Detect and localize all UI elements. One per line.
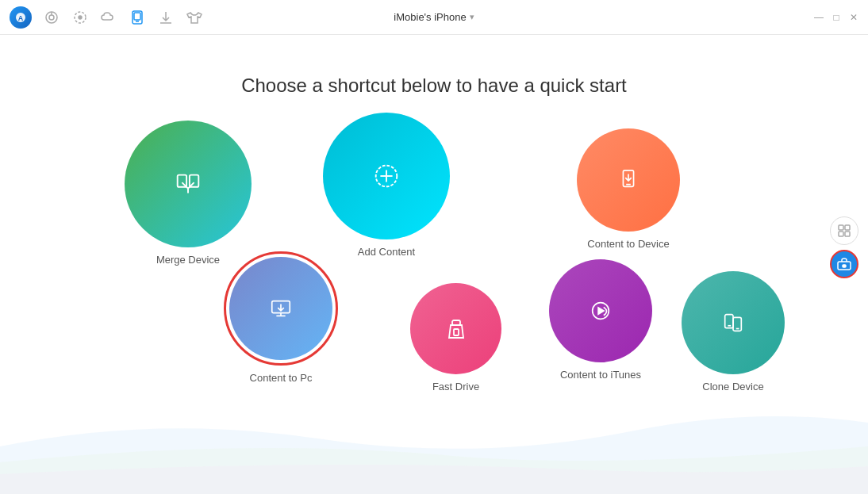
svg-rect-23 (454, 329, 459, 335)
svg-rect-30 (845, 225, 850, 230)
shortcut-content-to-pc[interactable]: Content to Pc (224, 251, 338, 384)
add-content-circle[interactable] (323, 113, 450, 239)
fast-drive-circle[interactable] (410, 283, 501, 374)
tshirt-nav-icon[interactable] (186, 9, 203, 26)
sync-nav-icon[interactable] (71, 9, 89, 26)
device-name-label: iMobie's iPhone (394, 11, 466, 23)
content-to-pc-label: Content to Pc (250, 372, 313, 384)
grid-panel-button[interactable] (830, 216, 858, 245)
merge-device-circle[interactable] (125, 121, 252, 247)
svg-rect-31 (839, 232, 843, 236)
device-title[interactable]: iMobie's iPhone ▾ (394, 11, 474, 23)
chevron-icon: ▾ (470, 12, 474, 22)
clone-device-circle[interactable] (682, 271, 785, 374)
download-nav-icon[interactable] (157, 9, 175, 26)
svg-text:A: A (18, 14, 24, 22)
add-content-label: Add Content (358, 246, 415, 258)
right-panel (830, 216, 858, 278)
title-bar: A (0, 0, 868, 35)
content-to-device-circle[interactable] (577, 128, 680, 232)
svg-rect-29 (839, 225, 843, 230)
content-to-pc-circle[interactable] (229, 257, 332, 360)
merge-device-label: Merge Device (156, 254, 220, 266)
shortcut-fast-drive[interactable]: Fast Drive (410, 283, 501, 393)
app-logo[interactable]: A (10, 6, 32, 29)
svg-point-6 (79, 16, 82, 19)
title-bar-left: A (10, 6, 203, 29)
shortcut-clone-device[interactable]: Clone Device (682, 271, 785, 393)
music-nav-icon[interactable] (43, 9, 60, 26)
minimize-button[interactable]: — (814, 13, 824, 22)
selected-ring (224, 251, 338, 366)
shortcut-add-content[interactable]: Add Content (323, 113, 450, 258)
shortcut-content-to-device[interactable]: Content to Device (577, 128, 680, 250)
content-to-device-label: Content to Device (587, 238, 669, 250)
page-title: Choose a shortcut below to have a quick … (241, 75, 627, 97)
maximize-button[interactable]: □ (832, 13, 841, 22)
phone-nav-icon[interactable] (129, 9, 146, 26)
shortcuts-area: Merge Device Add Content C (77, 113, 791, 430)
content-to-itunes-label: Content to iTunes (560, 369, 641, 381)
content-to-itunes-circle[interactable] (549, 259, 652, 362)
window-controls: — □ ✕ (814, 13, 858, 22)
cloud-nav-icon[interactable] (100, 9, 117, 26)
close-button[interactable]: ✕ (849, 13, 858, 22)
shortcut-content-to-itunes[interactable]: Content to iTunes (549, 259, 652, 381)
svg-rect-9 (134, 13, 140, 20)
shortcut-merge-device[interactable]: Merge Device (125, 121, 252, 266)
case-panel-button[interactable] (830, 250, 858, 278)
nav-icons (43, 9, 203, 26)
clone-device-label: Clone Device (702, 381, 763, 393)
svg-rect-32 (845, 232, 850, 236)
svg-point-3 (49, 15, 54, 20)
main-content: Choose a shortcut below to have a quick … (0, 35, 868, 494)
svg-rect-34 (843, 265, 846, 267)
fast-drive-label: Fast Drive (432, 381, 479, 393)
